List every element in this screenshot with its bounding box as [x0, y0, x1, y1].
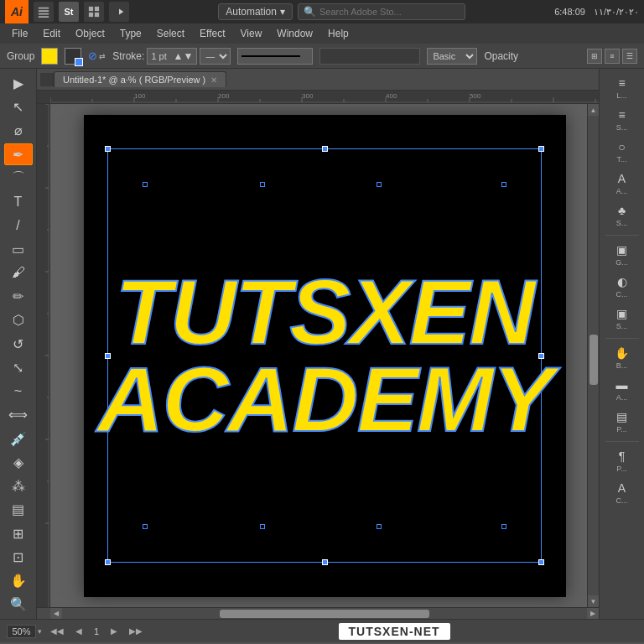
- horizontal-scrollbar[interactable]: ◀ ▶: [37, 607, 599, 619]
- swap-icon: ⇄: [99, 52, 106, 60]
- tool-rotate[interactable]: ↺: [4, 333, 33, 355]
- tool-hand[interactable]: ✋: [4, 569, 33, 591]
- tool-artboard[interactable]: ⊞: [4, 522, 33, 544]
- menu-item-object[interactable]: Object: [69, 26, 112, 41]
- align-options-icon[interactable]: ≡: [605, 49, 620, 64]
- menu-item-file[interactable]: File: [5, 26, 34, 41]
- left-toolbar: ▶↖⌀✒⌒T/▭🖌✏⬡↺⤡~⟺💉◈⁂▤⊞⊡✋🔍: [0, 69, 37, 619]
- chevron-down-icon: ▾: [280, 6, 285, 18]
- panel-symbols[interactable]: ♣S...: [604, 201, 641, 230]
- canvas-area[interactable]: 100 200 300 400: [37, 104, 599, 607]
- tool-shaper[interactable]: ⬡: [4, 309, 33, 331]
- automation-button[interactable]: Automation ▾: [218, 3, 293, 20]
- panel-color[interactable]: ◐C...: [604, 273, 641, 301]
- prev-page-button[interactable]: ◀◀: [47, 625, 67, 637]
- prev-button[interactable]: ◀: [72, 625, 86, 637]
- st-icon[interactable]: St: [59, 2, 79, 22]
- svg-rect-7: [95, 13, 99, 17]
- stroke-label: ⊘: [88, 49, 97, 62]
- panel-align[interactable]: ▬A...: [604, 376, 641, 404]
- search-input[interactable]: [319, 7, 454, 17]
- scroll-thumb-h[interactable]: [220, 610, 429, 618]
- panel-brushes[interactable]: ✋B...: [604, 344, 641, 372]
- menu-item-view[interactable]: View: [234, 26, 269, 41]
- broadcast-icon[interactable]: [109, 2, 129, 22]
- panel-pathfinder[interactable]: ▤P...: [604, 408, 641, 436]
- panel-paragraph[interactable]: ¶P...: [604, 447, 641, 475]
- stroke-width-box[interactable]: 1 pt ▲▼: [147, 48, 197, 65]
- tool-direct-selection[interactable]: ↖: [4, 96, 33, 117]
- panel-transform[interactable]: ○T...: [604, 138, 641, 166]
- next-page-button[interactable]: ▶▶: [126, 625, 146, 637]
- arrange-icon[interactable]: ☰: [622, 49, 637, 64]
- panel-swatches[interactable]: ≡S...: [604, 106, 641, 134]
- status-bar: ▾ ◀◀ ◀ 1 ▶ ▶▶ TUTSXEN-NET: [0, 619, 644, 642]
- grid-icon[interactable]: [84, 2, 104, 22]
- svg-rect-1: [39, 10, 49, 12]
- tool-pencil[interactable]: ✏: [4, 286, 33, 308]
- vertical-scrollbar[interactable]: ▲ ▼: [587, 104, 599, 607]
- tool-pen[interactable]: ✒: [4, 143, 33, 166]
- tool-zoom[interactable]: 🔍: [4, 594, 33, 615]
- svg-rect-5: [95, 7, 99, 11]
- align-icons: ⊞ ≡ ☰: [587, 49, 637, 64]
- svg-rect-4: [89, 7, 93, 11]
- scroll-left-button[interactable]: ◀: [50, 608, 62, 620]
- tool-slice[interactable]: ⊡: [4, 546, 33, 568]
- tool-curvature[interactable]: ⌒: [4, 167, 33, 189]
- tool-blend[interactable]: ◈: [4, 451, 33, 473]
- panel-stroke[interactable]: ▣S...: [604, 304, 641, 333]
- tutsxen-watermark: TUTSXEN-NET: [339, 623, 450, 640]
- panel-graphic-styles[interactable]: ▣G...: [604, 241, 641, 269]
- scroll-right-button[interactable]: ▶: [587, 608, 599, 620]
- scroll-track-h[interactable]: [62, 608, 587, 620]
- tool-scale[interactable]: ⤡: [4, 356, 33, 378]
- stroke-color-swatch[interactable]: [65, 48, 81, 65]
- menu-item-window[interactable]: Window: [270, 26, 319, 41]
- menu-item-edit[interactable]: Edit: [36, 26, 67, 41]
- tool-paintbrush[interactable]: 🖌: [4, 262, 33, 283]
- stroke-select[interactable]: —: [200, 48, 231, 65]
- panel-character[interactable]: AC...: [604, 479, 641, 507]
- panel-appearance[interactable]: AA...: [604, 169, 641, 198]
- main-area: ▶↖⌀✒⌒T/▭🖌✏⬡↺⤡~⟺💉◈⁂▤⊞⊡✋🔍 Untitled-1* @ a·…: [0, 69, 644, 619]
- close-tab-button[interactable]: ✕: [210, 75, 217, 85]
- align-grid-icon[interactable]: ⊞: [587, 49, 602, 64]
- scroll-thumb-v[interactable]: [589, 335, 598, 385]
- library-icon[interactable]: [34, 2, 54, 22]
- tool-warp[interactable]: ~: [4, 381, 33, 402]
- stroke-line-area: [237, 48, 313, 65]
- zoom-input[interactable]: [7, 625, 36, 638]
- doc-tab-name: Untitled-1* @ a·% ( RGB/Preview ): [63, 75, 205, 85]
- panel-divider-8: [605, 338, 639, 339]
- document-tab[interactable]: Untitled-1* @ a·% ( RGB/Preview ) ✕: [54, 71, 226, 87]
- svg-text:500: 500: [470, 92, 481, 100]
- zoom-dropdown[interactable]: ▾: [38, 627, 42, 636]
- menu-item-effect[interactable]: Effect: [193, 26, 231, 41]
- menu-item-select[interactable]: Select: [150, 26, 191, 41]
- tool-width[interactable]: ⟺: [4, 404, 33, 426]
- tool-lasso[interactable]: ⌀: [4, 119, 33, 141]
- tool-selection[interactable]: ▶: [4, 72, 33, 94]
- fill-color-swatch[interactable]: [41, 48, 58, 65]
- next-button[interactable]: ▶: [107, 625, 121, 637]
- menu-item-help[interactable]: Help: [321, 26, 356, 41]
- artwork-line1: TUTSXEN: [115, 268, 533, 356]
- top-bar: Ai St Automation ▾ 🔍 6:48:09 ۱۱/۳۰/۲۰۲۰: [0, 0, 644, 23]
- panel-divider-5: [605, 235, 639, 236]
- style-select[interactable]: Basic: [427, 48, 477, 65]
- scroll-up-button[interactable]: ▲: [588, 104, 600, 116]
- tool-symbol-spray[interactable]: ⁂: [4, 475, 33, 496]
- tool-eyedropper[interactable]: 💉: [4, 428, 33, 449]
- page-number: 1: [91, 626, 102, 636]
- tool-line[interactable]: /: [4, 215, 33, 236]
- svg-rect-0: [39, 8, 49, 9]
- tool-column-graph[interactable]: ▤: [4, 499, 33, 521]
- center-logo-area: TUTSXEN-NET: [151, 623, 637, 640]
- tool-type[interactable]: T: [4, 191, 33, 213]
- tool-rect[interactable]: ▭: [4, 238, 33, 260]
- search-icon: 🔍: [304, 6, 316, 18]
- panel-layers[interactable]: ≡L...: [604, 74, 641, 102]
- scroll-down-button[interactable]: ▼: [588, 595, 600, 607]
- menu-item-type[interactable]: Type: [113, 26, 148, 41]
